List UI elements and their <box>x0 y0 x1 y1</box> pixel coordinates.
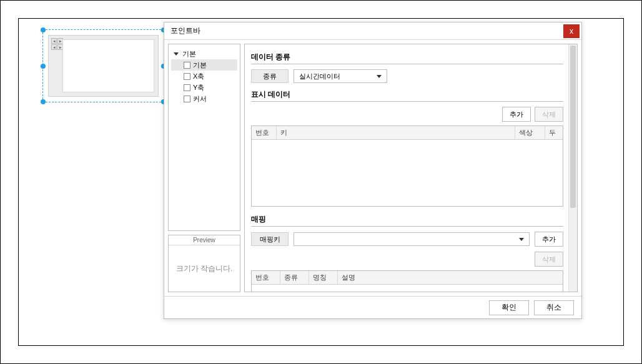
tree-item-label: 기본 <box>193 61 207 70</box>
tree-root-label: 기본 <box>182 49 196 59</box>
datatype-selected: 실시간데이터 <box>299 72 340 81</box>
grid-body[interactable] <box>252 285 563 292</box>
scrollbar-thumb[interactable] <box>570 46 576 208</box>
close-button[interactable]: x <box>563 24 580 38</box>
mapping-key-dropdown[interactable] <box>294 232 530 246</box>
preview-header: Preview <box>169 235 240 245</box>
tree-item-label: Y축 <box>193 83 204 92</box>
tree-item-basic[interactable]: 기본 <box>171 59 237 71</box>
display-data-grid[interactable]: 번호 키 색상 두 <box>251 125 563 207</box>
col-key[interactable]: 키 <box>277 126 515 139</box>
handle-bl[interactable] <box>41 99 46 104</box>
divider <box>251 64 563 64</box>
tree-item-label: X축 <box>193 72 204 81</box>
col-desc[interactable]: 설명 <box>338 271 563 284</box>
col-type[interactable]: 종류 <box>280 271 309 284</box>
mapping-delete-button[interactable]: 삭제 <box>535 252 563 267</box>
handle-ml[interactable] <box>41 64 46 69</box>
col-thickness[interactable]: 두 <box>545 126 563 139</box>
mapping-key-label: 매핑키 <box>251 232 289 246</box>
dialog-footer: 확인 취소 <box>164 296 581 318</box>
col-name[interactable]: 명칭 <box>309 271 338 284</box>
checkbox-icon[interactable] <box>184 96 190 102</box>
section-datatype-title: 데이터 종류 <box>251 52 563 62</box>
display-delete-button[interactable]: 삭제 <box>535 107 563 122</box>
section-display-title: 표시 데이터 <box>251 89 563 100</box>
tree-item-cursor[interactable]: 커서 <box>171 93 237 104</box>
tree-item-xaxis[interactable]: X축 <box>171 71 237 82</box>
chevron-down-icon <box>377 75 382 78</box>
col-num[interactable]: 번호 <box>252 271 280 284</box>
divider <box>251 101 563 102</box>
display-add-button[interactable]: 추가 <box>502 107 531 122</box>
dialog-title: 포인트바 <box>170 26 200 36</box>
checkbox-icon[interactable] <box>184 73 190 80</box>
grid-header: 번호 종류 명칭 설명 <box>252 271 563 285</box>
section-mapping-title: 매핑 <box>251 214 563 225</box>
preview-message: 크기가 작습니다. <box>169 245 240 292</box>
tree-item-label: 커서 <box>193 94 207 104</box>
canvas-selected-object[interactable]: ◂ ▸ ◂ ▸ <box>42 29 164 102</box>
scrollbar[interactable] <box>568 44 577 292</box>
form-panel: 데이터 종류 종류 실시간데이터 표시 데이터 추가 <box>244 44 578 292</box>
datatype-dropdown[interactable]: 실시간데이터 <box>294 69 387 83</box>
canvas-content <box>62 39 154 92</box>
cancel-button[interactable]: 취소 <box>534 300 574 315</box>
mapping-grid[interactable]: 번호 종류 명칭 설명 <box>251 270 563 292</box>
tree-item-yaxis[interactable]: Y축 <box>171 82 237 93</box>
checkbox-icon[interactable] <box>184 84 190 91</box>
close-icon: x <box>570 27 573 36</box>
dialog-titlebar[interactable]: 포인트바 x <box>164 22 581 40</box>
tree-panel: 기본 기본 X축 Y축 <box>168 44 240 231</box>
handle-tl[interactable] <box>41 27 46 32</box>
preview-panel: Preview 크기가 작습니다. <box>168 235 240 292</box>
mapping-add-button[interactable]: 추가 <box>535 232 563 247</box>
ok-button[interactable]: 확인 <box>489 300 529 315</box>
properties-dialog: 포인트바 x 기본 기본 X <box>164 22 582 319</box>
datatype-label: 종류 <box>251 69 289 83</box>
divider <box>251 226 563 227</box>
col-num[interactable]: 번호 <box>252 126 277 139</box>
checkbox-icon[interactable] <box>184 62 190 69</box>
arrow-left-icon[interactable]: ◂ <box>51 38 57 44</box>
grid-body[interactable] <box>252 140 563 206</box>
canvas-inner: ◂ ▸ ◂ ▸ <box>48 35 159 97</box>
grid-header: 번호 키 색상 두 <box>252 126 563 140</box>
arrow-left2-icon[interactable]: ◂ <box>51 44 57 50</box>
col-color[interactable]: 색상 <box>515 126 545 139</box>
chevron-down-icon <box>519 238 524 241</box>
expand-icon[interactable] <box>174 52 179 56</box>
tree-root[interactable]: 기본 <box>171 48 237 59</box>
